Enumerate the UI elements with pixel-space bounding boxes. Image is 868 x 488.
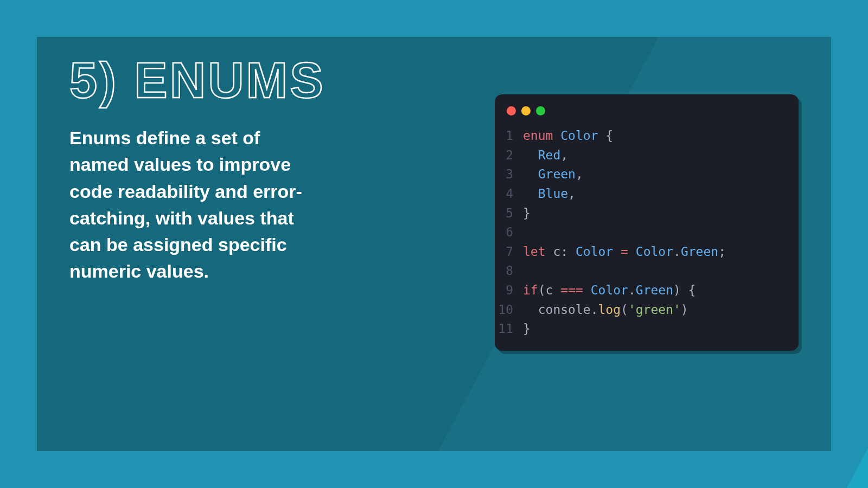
line-number: 6: [495, 223, 523, 242]
code-line: 10 console.log('green'): [495, 300, 799, 320]
maximize-icon: [536, 106, 545, 115]
line-content: console.log('green'): [523, 300, 688, 320]
line-number: 10: [495, 300, 523, 320]
code-line: 7let c: Color = Color.Green;: [495, 242, 799, 262]
line-number: 4: [495, 184, 523, 204]
line-number: 9: [495, 281, 523, 300]
code-line: 2 Red,: [495, 146, 799, 165]
slide-content: 5) Enums Enums define a set of named val…: [37, 37, 831, 451]
code-line: 1enum Color {: [495, 126, 799, 146]
slide-description: Enums define a set of named values to im…: [69, 125, 319, 285]
left-column: 5) Enums Enums define a set of named val…: [69, 53, 473, 285]
code-block: 1enum Color {2 Red,3 Green,4 Blue,5}67le…: [495, 126, 799, 339]
line-content: enum Color {: [523, 126, 613, 146]
line-number: 8: [495, 261, 523, 281]
line-content: }: [523, 204, 531, 223]
slide-card: 5) Enums Enums define a set of named val…: [37, 37, 831, 451]
line-number: 3: [495, 165, 523, 184]
code-line: 8: [495, 261, 799, 281]
line-content: Blue,: [523, 184, 576, 204]
code-line: 6: [495, 223, 799, 242]
line-number: 5: [495, 204, 523, 223]
line-number: 11: [495, 319, 523, 339]
line-number: 1: [495, 126, 523, 146]
line-content: Red,: [523, 146, 568, 165]
line-number: 7: [495, 242, 523, 262]
code-window: 1enum Color {2 Red,3 Green,4 Blue,5}67le…: [495, 94, 799, 351]
line-content: }: [523, 319, 531, 339]
code-line: 3 Green,: [495, 165, 799, 184]
line-content: if(c === Color.Green) {: [523, 281, 696, 300]
line-content: Green,: [523, 165, 583, 184]
code-line: 11}: [495, 319, 799, 339]
line-content: let c: Color = Color.Green;: [523, 242, 726, 262]
slide-title: 5) Enums: [69, 55, 473, 105]
window-traffic-lights: [495, 106, 799, 126]
minimize-icon: [521, 106, 531, 115]
code-line: 9if(c === Color.Green) {: [495, 281, 799, 300]
close-icon: [507, 106, 516, 115]
code-line: 5}: [495, 204, 799, 223]
code-line: 4 Blue,: [495, 184, 799, 204]
line-number: 2: [495, 146, 523, 165]
